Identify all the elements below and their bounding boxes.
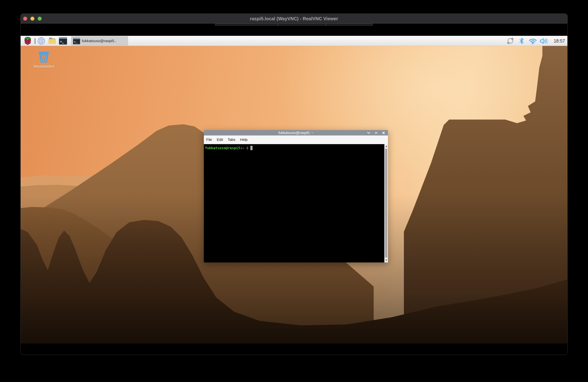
toolbar-divider [326,24,326,25]
scrollbar-thumb[interactable] [385,149,387,258]
taskbar-app-button-terminal[interactable]: >_ fukkatsuso@raspi5.. [71,36,128,45]
svg-text:>_: >_ [74,40,77,43]
wastebasket-icon [38,51,50,63]
terminal-icon: >_ [73,38,80,44]
menu-help[interactable]: Help [238,138,250,142]
menu-edit[interactable]: Edit [214,138,225,142]
pi-taskbar: >_ >_ fukkatsuso@raspi5.. [21,36,567,46]
volume-icon[interactable] [540,38,548,44]
svg-text:>_: >_ [60,40,64,43]
mac-titlebar[interactable]: raspi5.local (WayVNC) - RealVNC Viewer [21,14,567,24]
menu-file[interactable]: File [204,138,214,142]
terminal-title: fukkatsuso@raspi5: ~ [278,131,313,135]
wastebasket-label: Wastebasket [28,64,60,69]
lxterminal-window: fukkatsuso@raspi5: ~ [204,130,388,263]
window-title: raspi5.local (WayVNC) - RealVNC Viewer [250,16,338,21]
terminal-cursor [250,146,252,150]
traffic-lights [23,17,42,21]
wifi-icon[interactable] [529,38,537,44]
terminal-menubar: File Edit Tabs Help [204,135,388,144]
terminal-scrollbar[interactable] [384,144,388,263]
minimize-button[interactable] [367,131,370,134]
terminal-content[interactable]: fukkatsuso@raspi5:~ $ [204,144,388,263]
terminal-launcher-icon[interactable]: >_ [59,37,67,45]
menu-tabs[interactable]: Tabs [225,138,238,142]
zoom-traffic-button[interactable] [38,17,42,21]
scrollbar-down-arrow[interactable] [385,260,387,261]
close-traffic-button[interactable] [23,17,27,21]
app-button-label: fukkatsuso@raspi5.. [82,37,116,45]
web-browser-icon[interactable] [37,37,45,45]
vnc-collapsed-toolbar[interactable] [215,24,373,25]
wastebasket-desktop-icon[interactable]: Wastebasket [28,51,60,69]
realvnc-viewer-window: raspi5.local (WayVNC) - RealVNC Viewer [21,14,567,355]
prompt-dollar: $ [246,146,248,150]
prompt-user-host: fukkatsuso@raspi5 [205,146,240,150]
shell-prompt: fukkatsuso@raspi5:~ $ [205,146,252,150]
remote-desktop: >_ >_ fukkatsuso@raspi5.. [21,36,567,344]
prompt-path: ~ [242,146,244,150]
bluetooth-icon[interactable] [519,38,524,44]
terminal-titlebar[interactable]: fukkatsuso@raspi5: ~ [204,130,388,135]
screenshot-root: raspi5.local (WayVNC) - RealVNC Viewer [0,0,588,382]
close-button[interactable] [382,131,385,134]
taskbar-separator [35,38,35,44]
prompt-colon: : [240,146,242,150]
maximize-button[interactable] [375,131,378,134]
taskbar-clock[interactable]: 18:57 [550,36,565,46]
file-manager-icon[interactable] [48,37,57,44]
updates-sync-icon[interactable] [507,37,514,44]
minimize-traffic-button[interactable] [30,17,34,21]
scrollbar-up-arrow[interactable] [385,145,387,147]
raspberry-pi-menu-icon[interactable] [24,37,32,45]
